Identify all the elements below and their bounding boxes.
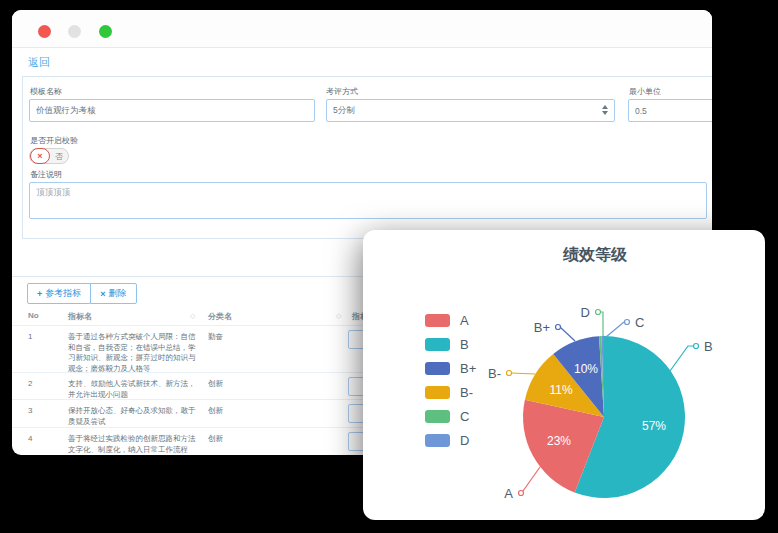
pie-percent-label: 23% [547, 434, 571, 448]
label-marker-dot [507, 371, 512, 376]
title-bar [12, 10, 712, 48]
label-marker-dot [556, 325, 561, 330]
label-marker-dot [625, 320, 630, 325]
label-marker-dot [519, 491, 524, 496]
label-leader-line [560, 327, 575, 341]
minimize-button[interactable] [68, 25, 81, 38]
delete-button[interactable]: × 删除 [90, 283, 136, 304]
category-cell: 创新 [208, 406, 223, 416]
back-link[interactable]: 返回 [28, 55, 50, 70]
validation-toggle-label: 是否开启校验 [30, 135, 78, 146]
min-unit-label: 最小单位 [629, 86, 661, 97]
pie-outer-label: C [635, 315, 644, 330]
pie-outer-label: B+ [534, 320, 550, 335]
label-leader-line [600, 312, 603, 336]
row-number: 3 [28, 406, 32, 415]
close-button[interactable] [38, 25, 51, 38]
category-cell: 创新 [208, 434, 223, 444]
evaluation-method-select[interactable]: 5分制 [326, 99, 615, 122]
remark-label: 备注说明 [30, 169, 62, 180]
x-icon: × [100, 289, 105, 299]
maximize-button[interactable] [99, 25, 112, 38]
remark-textarea[interactable]: 顶顶顶顶 [29, 182, 707, 219]
evaluation-method-label: 考评方式 [326, 86, 358, 97]
sort-icon[interactable]: ◇ [336, 312, 341, 320]
pie-chart: 57%23%11%10%ABB+B-CD [363, 230, 765, 520]
pie-percent-label: 11% [549, 383, 572, 397]
label-marker-dot [694, 344, 699, 349]
add-indicator-button[interactable]: + 参考指标 [27, 283, 91, 304]
template-name-input[interactable] [29, 99, 315, 122]
label-leader-line [606, 322, 624, 337]
plus-icon: + [37, 289, 42, 299]
label-leader-line [511, 373, 535, 374]
table-toolbar: + 参考指标 × 删除 [27, 283, 137, 304]
validation-toggle[interactable]: × 否 [29, 148, 69, 164]
category-cell: 勤奋 [208, 332, 223, 342]
header-category-name: 分类名 [208, 311, 232, 322]
label-leader-line [670, 346, 694, 371]
label-marker-dot [596, 310, 601, 315]
category-cell: 创新 [208, 379, 223, 389]
delete-label: 删除 [109, 287, 127, 300]
pie-percent-label: 57% [642, 419, 666, 433]
row-number: 4 [28, 434, 32, 443]
performance-chart-card: 绩效等级 ABB+B-CD 57%23%11%10%ABB+B-CD [363, 230, 765, 520]
evaluation-method-value: 5分制 [333, 105, 355, 117]
indicator-name-cell: 支持、鼓励他人尝试新技术、新方法，并允许出现小问题 [68, 379, 196, 400]
toggle-off-icon: × [30, 148, 50, 164]
indicator-name-cell: 保持开放心态、好奇心及求知欲，敢于质疑及尝试 [68, 406, 196, 427]
template-form-panel: 模板名称 考评方式 5分制 最小单位 是否开启校验 × 否 备注说明 顶顶顶顶 [22, 76, 712, 239]
pie-outer-label: D [581, 305, 590, 320]
screenshot-canvas: { "window": { "back_label": "返回" }, "for… [0, 0, 778, 533]
indicator-name-cell: 善于通过各种方式突破个人局限：自信和自省，自我否定；在错误中总结，学习新知识、新… [68, 332, 196, 374]
pie-outer-label: A [504, 486, 513, 501]
template-name-label: 模板名称 [30, 86, 62, 97]
pie-outer-label: B [704, 339, 713, 354]
header-indicator-name: 指标名 [68, 311, 92, 322]
min-unit-input[interactable] [628, 99, 712, 122]
row-number: 2 [28, 379, 32, 388]
indicator-name-cell: 善于将经过实践检验的创新思路和方法文字化、制度化，纳入日常工作流程 [68, 434, 196, 455]
row-number: 1 [28, 332, 32, 341]
toggle-off-text: 否 [50, 151, 68, 162]
add-indicator-label: 参考指标 [45, 287, 81, 300]
select-arrows-icon [602, 105, 608, 115]
pie-percent-label: 10% [574, 362, 598, 376]
pie-outer-label: B- [488, 366, 501, 381]
header-no: No [28, 311, 39, 320]
label-leader-line [523, 467, 540, 491]
sort-icon[interactable]: ◇ [190, 312, 195, 320]
